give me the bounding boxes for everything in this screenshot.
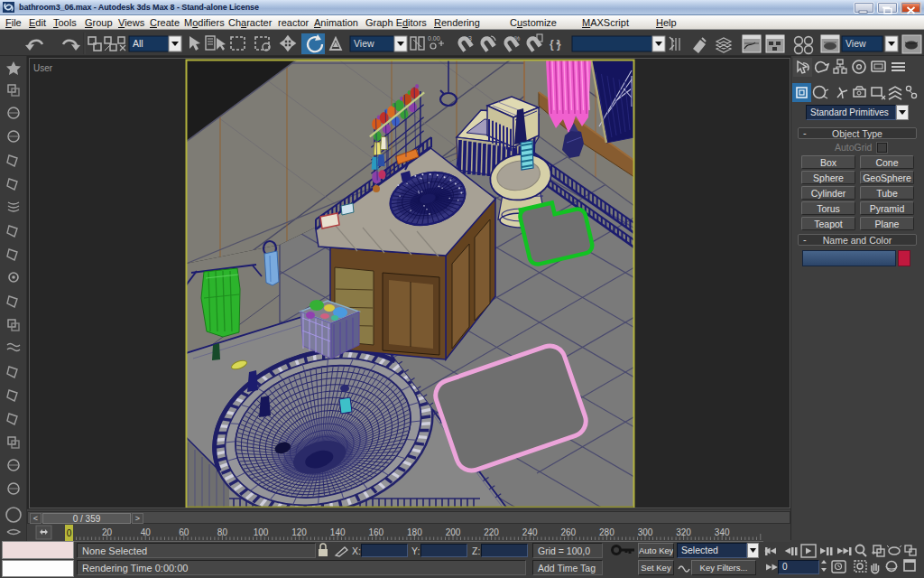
svg-text:160: 160 [368, 527, 383, 537]
svg-text:View: View [845, 38, 866, 49]
svg-text:140: 140 [330, 527, 346, 537]
svg-text:All: All [133, 38, 143, 49]
svg-text:20: 20 [102, 527, 113, 537]
svg-text:340: 340 [715, 527, 730, 537]
svg-text:200: 200 [446, 527, 461, 537]
svg-text:180: 180 [407, 527, 422, 537]
svg-text:{ }: { } [550, 38, 561, 51]
svg-text:User: User [33, 63, 53, 73]
svg-text:%: % [514, 35, 520, 42]
svg-text:3: 3 [468, 35, 472, 42]
svg-text:0.00: 0.00 [428, 35, 440, 42]
svg-text:80: 80 [217, 527, 228, 537]
svg-text:320: 320 [676, 527, 691, 537]
svg-text:View: View [354, 38, 374, 49]
svg-text:280: 280 [599, 527, 614, 537]
svg-text:260: 260 [560, 527, 576, 537]
svg-text:220: 220 [484, 527, 499, 537]
svg-text:0: 0 [67, 528, 72, 538]
svg-text:60: 60 [179, 527, 189, 537]
svg-text:120: 120 [291, 527, 307, 537]
svg-text:100: 100 [254, 527, 269, 537]
svg-text:300: 300 [638, 527, 653, 537]
svg-text:40: 40 [141, 527, 152, 537]
svg-text:240: 240 [522, 527, 538, 537]
